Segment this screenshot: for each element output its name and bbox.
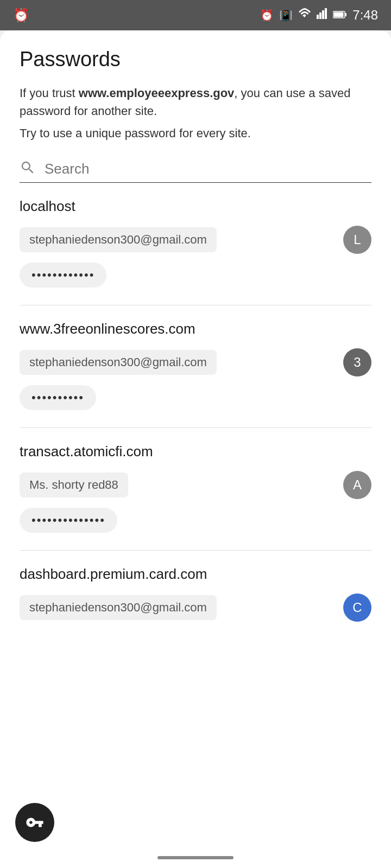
avatar-premiumcard: C: [343, 593, 371, 622]
avatar-localhost: L: [343, 226, 371, 254]
entry-3freeonlinescores: www.3freeonlinescores.com stephaniedenso…: [0, 321, 391, 428]
status-time: 7:48: [352, 8, 378, 23]
entry-localhost: localhost stephaniedenson300@gmail.com L…: [0, 198, 391, 305]
svg-rect-0: [317, 15, 319, 19]
page-title: Passwords: [20, 48, 371, 71]
svg-rect-1: [319, 12, 321, 19]
status-bar-left: ⏰: [13, 8, 29, 23]
info-text-2: Try to use a unique password for every s…: [20, 124, 371, 142]
svg-rect-5: [334, 12, 344, 17]
search-input[interactable]: [45, 161, 371, 177]
credential-row-atomicfi[interactable]: Ms. shorty red88 A: [20, 471, 371, 499]
status-bar: ⏰ ⏰ 📳 7:48: [0, 0, 391, 30]
wifi-icon: [298, 8, 311, 22]
avatar-3freeonlinescores: 3: [343, 348, 371, 376]
svg-rect-2: [322, 10, 324, 19]
alarm-active-icon: ⏰: [260, 9, 274, 22]
fab-button[interactable]: [15, 803, 54, 842]
password-3freeonlinescores[interactable]: ••••••••••: [20, 385, 96, 410]
status-bar-right: ⏰ 📳 7:48: [260, 8, 378, 23]
site-name-atomicfi: transact.atomicfi.com: [20, 443, 371, 460]
username-localhost: stephaniedenson300@gmail.com: [20, 227, 217, 252]
password-localhost[interactable]: ••••••••••••: [20, 263, 106, 288]
credential-row-localhost[interactable]: stephaniedenson300@gmail.com L: [20, 226, 371, 254]
main-content: Passwords If you trust www.employeeexpre…: [0, 30, 391, 868]
vibrate-icon: 📳: [279, 9, 293, 22]
credential-row-3freeonlinescores[interactable]: stephaniedenson300@gmail.com 3: [20, 348, 371, 376]
bottom-indicator: [157, 856, 234, 859]
site-name-localhost: localhost: [20, 198, 371, 215]
divider-3freeonlinescores: [20, 427, 371, 428]
credential-row-premiumcard[interactable]: stephaniedenson300@gmail.com C: [20, 593, 371, 622]
svg-rect-3: [325, 8, 327, 19]
search-bar[interactable]: [20, 155, 371, 183]
password-atomicfi[interactable]: ••••••••••••••: [20, 508, 117, 533]
site-bold: www.employeeexpress.gov: [79, 86, 235, 100]
search-icon: [20, 159, 36, 178]
battery-icon: [333, 8, 347, 22]
alarm-icon: ⏰: [13, 8, 29, 23]
username-premiumcard: stephaniedenson300@gmail.com: [20, 595, 217, 620]
search-section: [0, 155, 391, 183]
signal-icon: [317, 8, 327, 22]
info-text-1: If you trust www.employeeexpress.gov, yo…: [20, 84, 371, 120]
site-name-premiumcard: dashboard.premium.card.com: [20, 566, 371, 583]
divider-atomicfi: [20, 550, 371, 551]
avatar-atomicfi: A: [343, 471, 371, 499]
divider-localhost: [20, 305, 371, 305]
username-atomicfi: Ms. shorty red88: [20, 473, 128, 497]
entry-premiumcard: dashboard.premium.card.com stephaniedens…: [0, 566, 391, 622]
page-header: Passwords If you trust www.employeeexpre…: [0, 30, 391, 155]
entry-atomicfi: transact.atomicfi.com Ms. shorty red88 A…: [0, 443, 391, 551]
site-name-3freeonlinescores: www.3freeonlinescores.com: [20, 321, 371, 337]
svg-rect-6: [345, 13, 346, 16]
username-3freeonlinescores: stephaniedenson300@gmail.com: [20, 350, 217, 375]
